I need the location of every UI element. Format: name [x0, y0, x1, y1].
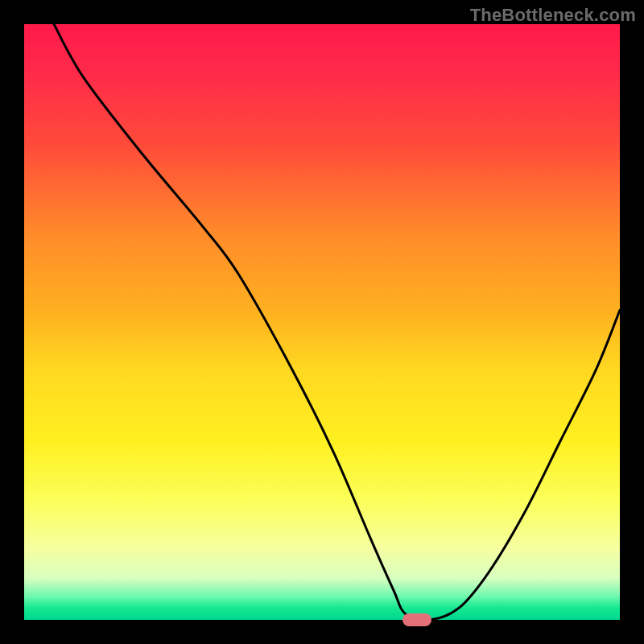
curve-layer — [24, 24, 620, 620]
bottleneck-curve — [54, 24, 620, 620]
plot-area — [24, 24, 620, 620]
watermark-text: TheBottleneck.com — [470, 5, 636, 26]
chart-container: TheBottleneck.com — [0, 0, 644, 644]
optimal-marker — [402, 613, 431, 626]
